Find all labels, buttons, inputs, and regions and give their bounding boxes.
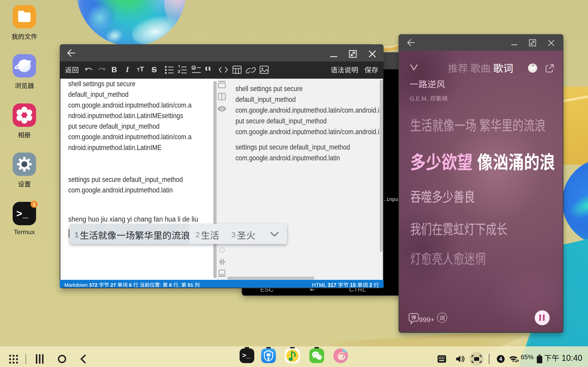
svg-text:弹: 弹 bbox=[411, 313, 416, 321]
